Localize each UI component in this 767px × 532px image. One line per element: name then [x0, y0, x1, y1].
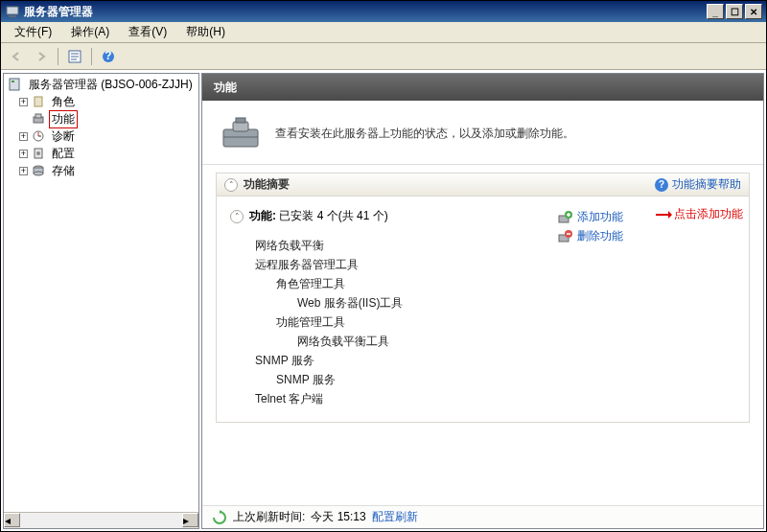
forward-button [30, 46, 53, 67]
list-item: 网络负载平衡工具 [255, 332, 557, 351]
features-icon [31, 111, 46, 127]
back-button [5, 46, 28, 67]
refresh-label: 上次刷新时间: [233, 509, 305, 525]
config-refresh-link[interactable]: 配置刷新 [372, 509, 418, 525]
svg-rect-9 [12, 81, 14, 82]
diagnostics-icon [31, 128, 46, 144]
list-item: Telnet 客户端 [255, 389, 557, 408]
expand-icon[interactable]: + [19, 167, 28, 175]
features-tree: 网络负载平衡 远程服务器管理工具 角色管理工具 Web 服务器(IIS)工具 功… [230, 236, 557, 408]
refresh-icon [212, 510, 227, 525]
app-window: 服务器管理器 _ ☐ ✕ 文件(F) 操作(A) 查看(V) 帮助(H) ? 服… [0, 0, 767, 532]
list-item: Web 服务器(IIS)工具 [255, 293, 557, 312]
add-icon [557, 210, 572, 225]
collapse-icon[interactable]: ˄ [230, 210, 244, 223]
tree-config[interactable]: + 配置 [8, 145, 198, 162]
summary-panel: ˄ 功能摘要 ? 功能摘要帮助 ˄ 功能: 已安装 4 个(共 41 [216, 173, 750, 423]
info-text: 查看安装在此服务器上功能的状态，以及添加或删除功能。 [275, 126, 574, 142]
svg-point-20 [34, 172, 43, 175]
panel-header[interactable]: ˄ 功能摘要 ? 功能摘要帮助 [217, 173, 749, 197]
titlebar: 服务器管理器 _ ☐ ✕ [1, 1, 766, 22]
maximize-button[interactable]: ☐ [726, 4, 743, 19]
remove-icon [557, 229, 572, 244]
scroll-right-button[interactable]: ▸ [182, 513, 198, 527]
config-icon [31, 146, 46, 161]
list-item: 远程服务器管理工具 [255, 255, 557, 274]
panel-title: 功能摘要 [244, 176, 290, 193]
server-manager-icon [5, 4, 20, 19]
arrow-icon [656, 214, 671, 216]
window-title: 服务器管理器 [24, 4, 707, 20]
expand-icon[interactable]: + [19, 132, 28, 141]
svg-rect-8 [10, 79, 19, 90]
list-item: 功能管理工具 [255, 312, 557, 332]
menu-file[interactable]: 文件(F) [7, 22, 59, 42]
scroll-left-button[interactable]: ◂ [4, 513, 20, 527]
toolbar: ? [1, 43, 766, 70]
svg-rect-21 [223, 129, 258, 147]
help-link[interactable]: ? 功能摘要帮助 [655, 176, 741, 193]
svg-rect-23 [236, 118, 245, 123]
storage-icon [31, 163, 46, 178]
horizontal-scrollbar[interactable]: ◂ ▸ [4, 512, 198, 528]
close-button[interactable]: ✕ [745, 4, 762, 19]
svg-point-17 [36, 151, 40, 155]
roles-icon [31, 94, 46, 109]
list-item: SNMP 服务 [255, 351, 557, 370]
list-item: 角色管理工具 [255, 274, 557, 293]
list-item: 网络负载平衡 [255, 236, 557, 255]
help-icon: ? [655, 178, 668, 192]
menu-action[interactable]: 操作(A) [63, 22, 117, 42]
svg-rect-1 [9, 15, 16, 17]
tree-features[interactable]: 功能 [8, 110, 198, 127]
svg-rect-12 [35, 114, 41, 118]
expand-icon[interactable]: + [19, 98, 28, 106]
refresh-time: 今天 15:13 [311, 509, 365, 525]
properties-button[interactable] [63, 46, 86, 67]
toolbox-icon [220, 114, 262, 152]
annotation: 点击添加功能 [656, 206, 743, 222]
pane-header: 功能 [202, 74, 763, 101]
status-bar: 上次刷新时间: 今天 15:13 配置刷新 [202, 505, 763, 528]
svg-rect-0 [7, 7, 18, 14]
expand-icon[interactable]: + [19, 150, 28, 158]
minimize-button[interactable]: _ [707, 4, 724, 19]
info-area: 查看安装在此服务器上功能的状态，以及添加或删除功能。 [202, 101, 763, 165]
tree-pane[interactable]: 服务器管理器 (BJSO-006-ZJJH) + 角色 功能 + 诊断 [3, 73, 199, 529]
features-count: ˄ 功能: 已安装 4 个(共 41 个) [230, 208, 557, 224]
help-button[interactable]: ? [97, 46, 120, 67]
menu-help[interactable]: 帮助(H) [178, 22, 233, 42]
collapse-icon[interactable]: ˄ [224, 178, 238, 192]
menubar: 文件(F) 操作(A) 查看(V) 帮助(H) [1, 22, 766, 43]
svg-text:?: ? [105, 49, 111, 62]
tree-root[interactable]: 服务器管理器 (BJSO-006-ZJJH) [8, 76, 198, 93]
tree-roles[interactable]: + 角色 [8, 93, 198, 110]
menu-view[interactable]: 查看(V) [121, 22, 174, 42]
remove-features-link[interactable]: 删除功能 [557, 228, 739, 244]
details-pane: 功能 查看安装在此服务器上功能的状态，以及添加或删除功能。 ˄ 功能摘要 ? 功… [201, 73, 764, 529]
tree-diagnostics[interactable]: + 诊断 [8, 127, 198, 145]
svg-rect-10 [35, 97, 42, 106]
list-item: SNMP 服务 [255, 370, 557, 389]
tree-storage[interactable]: + 存储 [8, 162, 198, 179]
pane-title: 功能 [214, 80, 237, 96]
server-icon [8, 77, 23, 92]
